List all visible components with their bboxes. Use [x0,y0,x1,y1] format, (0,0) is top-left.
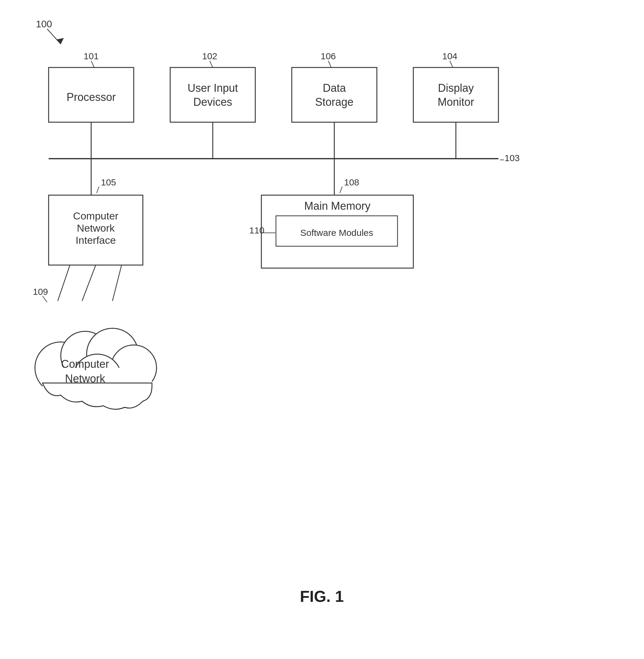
uid-label-1: User Input [187,82,238,94]
uid-label-2: Devices [193,96,232,108]
ref-101: 101 [84,51,99,61]
displaymonitor-label-2: Monitor [438,96,474,108]
ref-102: 102 [202,51,217,61]
cni-cloud-line2 [82,265,96,301]
cni-cloud-line3 [112,265,121,301]
ref-106: 106 [321,51,336,61]
datastorage-box [292,67,377,122]
ref-105: 105 [101,177,116,187]
svg-line-2 [91,61,94,67]
svg-line-16 [43,296,47,302]
displaymonitor-label-1: Display [438,82,474,94]
cloud-label-2: Network [65,372,106,385]
uid-box [170,67,255,122]
ref-100-label: 100 [36,19,52,29]
softwaremodules-label: Software Modules [300,228,373,238]
svg-line-3 [210,61,213,67]
svg-line-5 [450,61,453,67]
diagram-svg: 100 101 102 106 104 Processor User Input… [0,0,644,659]
svg-line-8 [340,187,342,193]
cloud-label-1: Computer [61,358,109,370]
cni-label-3: Interface [76,234,116,246]
cni-label-2: Network [77,222,115,234]
fig-label: FIG. 1 [300,588,344,605]
ref-110: 110 [249,225,264,235]
displaymonitor-box [413,67,499,122]
diagram-container: 100 101 102 106 104 Processor User Input… [0,0,644,659]
ref-109: 109 [33,287,48,297]
mainmemory-label: Main Memory [304,200,370,212]
datastorage-label-2: Storage [315,96,353,108]
datastorage-label-1: Data [323,82,346,94]
cni-cloud-line1 [58,265,70,301]
processor-label: Processor [67,91,116,103]
cni-label-1: Computer [73,210,118,222]
svg-line-7 [97,187,99,193]
ref-108: 108 [344,177,359,187]
svg-line-4 [328,61,331,67]
svg-marker-1 [56,38,64,44]
ref-104: 104 [442,51,457,61]
ref-103: 103 [505,153,520,163]
